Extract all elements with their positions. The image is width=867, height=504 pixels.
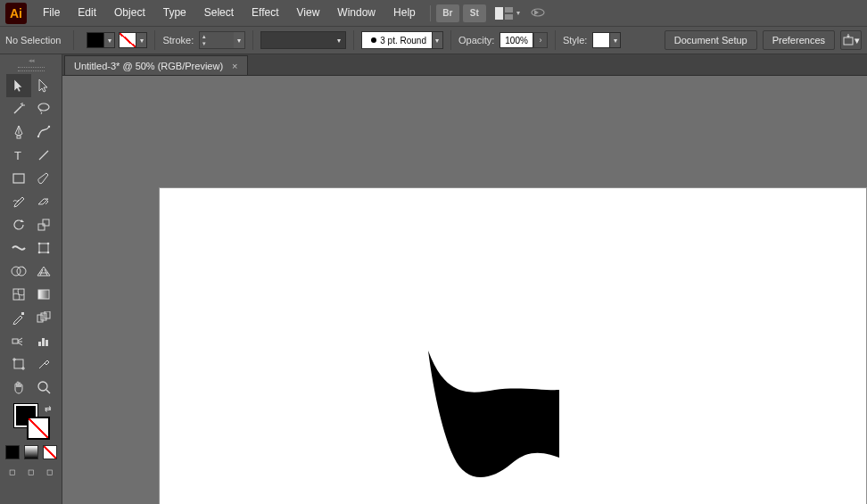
arrange-documents-icon[interactable]: ▾ [495, 7, 520, 20]
curvature-tool[interactable] [31, 120, 56, 144]
svg-point-19 [37, 243, 40, 245]
direct-selection-tool[interactable] [31, 74, 56, 97]
draw-inside-icon[interactable]: ◻ [43, 465, 57, 479]
menu-view[interactable]: View [288, 0, 329, 26]
magic-wand-tool[interactable] [6, 97, 31, 120]
opacity-step-button[interactable]: › [533, 32, 548, 48]
lasso-tool[interactable] [31, 97, 56, 120]
line-segment-tool[interactable] [31, 144, 56, 167]
draw-behind-icon[interactable]: ◻ [24, 465, 38, 479]
menu-type[interactable]: Type [154, 0, 195, 26]
stock-button[interactable]: St [463, 4, 486, 22]
menu-help[interactable]: Help [384, 0, 425, 26]
swap-fill-stroke-icon[interactable]: ⇄ [45, 404, 52, 413]
document-tab-title: Untitled-3* @ 50% (RGB/Preview) [74, 61, 223, 71]
artwork-shape [424, 351, 563, 484]
document-setup-button[interactable]: Document Setup [665, 30, 757, 50]
menu-bar: Ai File Edit Object Type Select Effect V… [0, 0, 867, 26]
stroke-weight-field[interactable]: ▴▾ ▾ [199, 31, 245, 49]
perspective-grid-tool[interactable] [31, 260, 56, 283]
svg-rect-1 [505, 7, 513, 12]
draw-mode-row: ◻ ◻ ◻ [5, 465, 57, 479]
app-logo: Ai [5, 3, 27, 24]
svg-point-23 [12, 267, 21, 276]
svg-rect-36 [42, 338, 45, 346]
document-tab-bar: Untitled-3* @ 50% (RGB/Preview) × [62, 54, 867, 76]
stroke-weight-dropdown-icon[interactable]: ▾ [234, 32, 244, 48]
opacity-value[interactable]: 100% [500, 32, 533, 48]
blend-tool[interactable] [31, 306, 56, 329]
menu-select[interactable]: Select [195, 0, 243, 26]
style-dropdown-icon[interactable]: ▾ [610, 32, 621, 48]
menu-file[interactable]: File [34, 0, 69, 26]
draw-normal-icon[interactable]: ◻ [5, 465, 20, 479]
rotate-tool[interactable] [6, 213, 31, 236]
close-icon[interactable]: × [232, 61, 237, 71]
artboard-tool[interactable] [6, 352, 31, 376]
spin-down-icon[interactable]: ▾ [200, 40, 209, 47]
zoom-tool[interactable] [31, 376, 56, 399]
column-graph-tool[interactable] [31, 329, 56, 352]
stroke-dropdown-icon[interactable]: ▾ [136, 32, 147, 48]
slice-tool[interactable] [31, 352, 56, 376]
free-transform-tool[interactable] [31, 236, 56, 260]
stroke-box[interactable] [27, 417, 50, 440]
stroke-swatch-group[interactable]: ▾ [119, 32, 147, 48]
mesh-tool[interactable] [6, 283, 31, 306]
width-tool[interactable] [6, 236, 31, 260]
selection-tool[interactable] [6, 74, 31, 97]
menu-edit[interactable]: Edit [69, 0, 105, 26]
preferences-button[interactable]: Preferences [763, 30, 835, 50]
divider [450, 30, 451, 50]
vw-dropdown-icon[interactable]: ▾ [333, 32, 345, 48]
svg-marker-15 [21, 219, 24, 222]
panel-grip[interactable] [18, 67, 45, 71]
color-solid-icon[interactable] [5, 445, 20, 459]
spin-up-icon[interactable]: ▴ [200, 33, 209, 40]
tool-panel: T ⇄ [0, 54, 62, 504]
color-gradient-icon[interactable] [24, 445, 38, 459]
menu-object[interactable]: Object [105, 0, 154, 26]
shape-builder-tool[interactable] [6, 260, 31, 283]
rectangle-tool[interactable] [6, 167, 31, 190]
document-tab[interactable]: Untitled-3* @ 50% (RGB/Preview) × [64, 55, 248, 75]
bridge-button[interactable]: Br [436, 4, 459, 22]
paintbrush-tool[interactable] [31, 167, 56, 190]
svg-rect-9 [17, 136, 21, 138]
shaper-tool[interactable] [6, 190, 31, 213]
menu-effect[interactable]: Effect [243, 0, 287, 26]
chevron-down-icon: ▾ [516, 9, 520, 17]
sync-settings-icon[interactable] [529, 5, 547, 21]
gradient-tool[interactable] [31, 283, 56, 306]
canvas[interactable] [62, 76, 867, 504]
pen-tool[interactable] [6, 120, 31, 144]
type-tool[interactable]: T [6, 144, 31, 167]
scale-tool[interactable] [31, 213, 56, 236]
menu-window[interactable]: Window [328, 0, 384, 26]
eyedropper-tool[interactable] [6, 306, 31, 329]
hand-tool[interactable] [6, 376, 31, 399]
divider [353, 30, 354, 50]
panel-collapse-icon[interactable] [0, 54, 62, 67]
symbol-sprayer-tool[interactable] [6, 329, 31, 352]
style-swatch[interactable] [592, 32, 610, 48]
fill-swatch-group[interactable]: ▾ [87, 32, 115, 48]
divider [154, 30, 155, 50]
brush-definition[interactable]: 3 pt. Round [361, 31, 433, 49]
svg-rect-32 [41, 313, 46, 320]
stroke-weight-input[interactable] [211, 35, 234, 45]
eraser-tool[interactable] [31, 190, 56, 213]
workspace: T ⇄ [0, 54, 867, 504]
fill-stroke-control[interactable]: ⇄ [11, 404, 52, 440]
style-label: Style: [563, 35, 588, 45]
align-to-icon[interactable]: ▾ [840, 30, 862, 50]
brush-dropdown-icon[interactable]: ▾ [433, 31, 443, 49]
fill-dropdown-icon[interactable]: ▾ [104, 32, 115, 48]
stroke-swatch[interactable] [119, 32, 136, 48]
svg-rect-35 [38, 342, 41, 346]
svg-point-21 [37, 252, 40, 254]
color-none-icon[interactable] [43, 445, 57, 459]
brush-profile-label: 3 pt. Round [380, 36, 426, 45]
variable-width-profile[interactable]: ▾ [260, 31, 346, 49]
fill-swatch[interactable] [87, 32, 104, 48]
